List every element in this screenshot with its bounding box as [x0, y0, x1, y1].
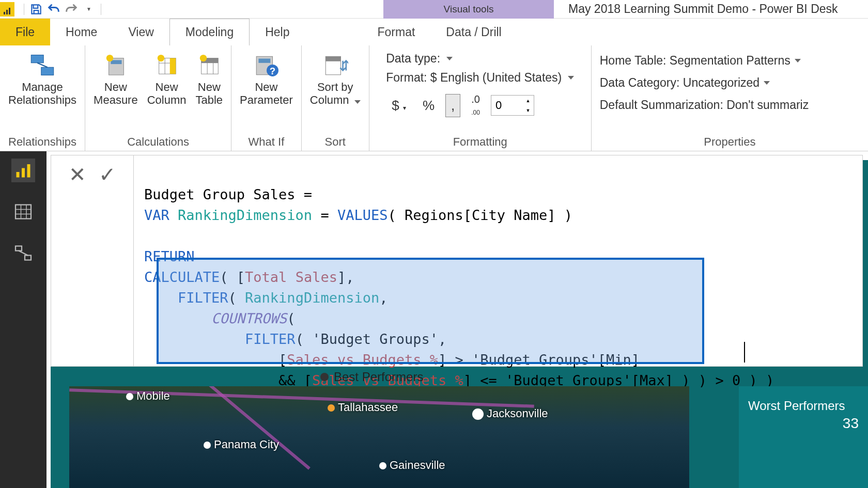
report-view-button[interactable] [11, 159, 35, 182]
contextual-tab-header: Visual tools [383, 0, 554, 19]
ribbon: Manage Relationships Relationships New M… [0, 45, 868, 151]
city-panama: Panama City [204, 438, 279, 451]
tab-view[interactable]: View [113, 19, 169, 45]
selection-highlight [157, 258, 704, 364]
thousands-separator-button[interactable]: , [445, 94, 460, 117]
chevron-down-icon [446, 57, 453, 60]
format-dropdown[interactable]: Format: $ English (United States) [386, 71, 574, 85]
svg-line-35 [19, 251, 28, 256]
redo-button[interactable] [63, 1, 80, 18]
chevron-down-icon [568, 76, 574, 80]
data-type-dropdown[interactable]: Data type: [386, 52, 453, 66]
group-label-formatting: Formatting [453, 132, 507, 149]
save-button[interactable] [27, 1, 45, 18]
group-formatting: Data type: Format: $ English (United Sta… [369, 45, 592, 151]
city-mobile: Mobile [126, 389, 170, 403]
tab-modeling[interactable]: Modeling [169, 19, 250, 45]
svg-rect-0 [4, 12, 5, 14]
group-sort: Sort by Column Sort [302, 45, 369, 151]
city-jacksonville: Jacksonville [472, 407, 548, 420]
svg-rect-34 [25, 256, 31, 260]
group-label-whatif: What If [249, 132, 285, 149]
data-category-dropdown[interactable]: Data Category: Uncategorized [600, 76, 770, 90]
svg-rect-33 [16, 246, 22, 251]
tab-help[interactable]: Help [250, 19, 305, 45]
chevron-down-icon [764, 81, 770, 85]
svg-rect-28 [16, 205, 31, 219]
qat-dropdown[interactable]: ▼ [80, 1, 98, 18]
legend-dot-icon [320, 373, 329, 381]
new-column-button[interactable]: New Column [147, 52, 187, 107]
decimal-places-spinner[interactable]: ▲▼ [491, 95, 534, 116]
model-view-button[interactable] [11, 241, 35, 265]
svg-rect-2 [9, 8, 10, 14]
tab-format[interactable]: Format [362, 19, 431, 45]
worst-performers-card[interactable]: Worst Performers 33 [739, 386, 868, 488]
svg-point-18 [200, 55, 207, 61]
formula-editor[interactable]: Budget Group Sales = VAR RankingDimensio… [134, 155, 862, 366]
group-calculations: New Measure New Column New Table Calcula… [85, 45, 231, 151]
svg-rect-26 [22, 168, 25, 178]
currency-format-button[interactable]: $ ▾ [386, 94, 412, 117]
manage-relationships-button[interactable]: Manage Relationships [8, 52, 76, 107]
map-visual[interactable]: Mobile Tallahassee Jacksonville Panama C… [69, 386, 689, 488]
card-value: 33 [748, 415, 859, 432]
card-title: Worst Performers [748, 399, 859, 413]
svg-point-13 [157, 55, 164, 61]
group-relationships: Manage Relationships Relationships [0, 45, 85, 151]
decimal-format-button[interactable]: .0.00 [466, 90, 486, 121]
app-icon [0, 2, 14, 17]
group-label-relationships: Relationships [8, 132, 76, 149]
group-label-calculations: Calculations [127, 132, 189, 149]
view-switcher [0, 151, 47, 488]
svg-text:?: ? [270, 66, 275, 76]
spinner-down[interactable]: ▼ [522, 105, 534, 115]
svg-rect-12 [169, 58, 176, 74]
city-tallahassee: Tallahassee [328, 401, 398, 414]
formula-bar: ✕ ✓ Budget Group Sales = VAR RankingDime… [51, 155, 863, 367]
home-table-dropdown[interactable]: Home Table: Segmentation Patterns [600, 54, 801, 68]
new-parameter-button[interactable]: ? New Parameter [240, 52, 293, 107]
commit-formula-button[interactable]: ✓ [99, 163, 116, 186]
group-properties: Home Table: Segmentation Patterns Data C… [592, 45, 868, 151]
svg-line-5 [37, 63, 48, 68]
new-measure-button[interactable]: New Measure [94, 52, 138, 107]
chevron-down-icon [795, 59, 801, 62]
tab-data-drill[interactable]: Data / Drill [430, 19, 517, 45]
chevron-down-icon [354, 100, 361, 104]
city-gainesville: Gainesville [379, 459, 445, 472]
default-summarization-dropdown[interactable]: Default Summarization: Don't summariz [600, 98, 809, 112]
svg-rect-7 [111, 60, 121, 64]
undo-button[interactable] [45, 1, 63, 18]
group-label-sort: Sort [325, 132, 346, 149]
legend-best-performers[interactable]: Best Performers [320, 370, 423, 384]
spinner-up[interactable]: ▲ [522, 96, 534, 105]
window-title: May 2018 Learning Summit Demo - Power BI… [568, 2, 838, 16]
cancel-formula-button[interactable]: ✕ [69, 163, 86, 186]
percent-format-button[interactable]: % [417, 94, 440, 117]
tab-file[interactable]: File [0, 19, 50, 45]
svg-rect-3 [31, 55, 43, 63]
svg-rect-27 [27, 164, 30, 178]
svg-rect-1 [6, 10, 8, 14]
svg-rect-25 [17, 172, 20, 178]
svg-point-8 [106, 55, 113, 61]
decimal-places-input[interactable] [491, 96, 522, 115]
new-table-button[interactable]: New Table [195, 52, 223, 107]
text-cursor [744, 342, 745, 363]
tab-home[interactable]: Home [50, 19, 113, 45]
sort-by-column-button[interactable]: Sort by Column [310, 52, 361, 107]
ribbon-tabs: File Home View Modeling Help Format Data… [0, 19, 868, 45]
svg-rect-4 [41, 67, 54, 75]
group-whatif: ? New Parameter What If [231, 45, 302, 151]
svg-rect-20 [259, 59, 271, 63]
svg-rect-24 [326, 56, 340, 61]
group-label-properties: Properties [704, 132, 755, 149]
data-view-button[interactable] [11, 200, 35, 224]
